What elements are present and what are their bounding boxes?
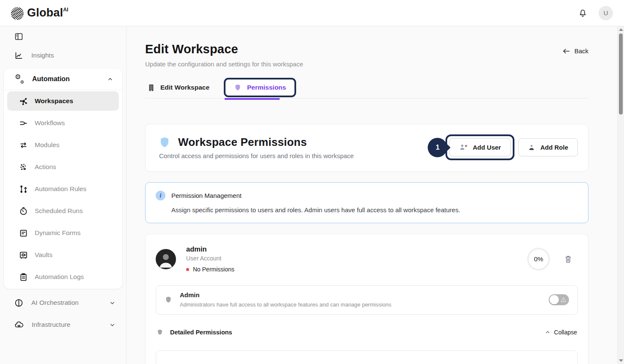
sidebar-item-insights[interactable]: Insights — [0, 44, 126, 66]
top-bar: Global AI U — [0, 0, 624, 26]
shield-icon — [234, 83, 242, 92]
collapse-button[interactable]: Collapse — [545, 329, 577, 336]
modules-swap-icon — [19, 141, 28, 150]
building-icon — [148, 84, 155, 92]
sidebar-item-scheduled-runs[interactable]: Scheduled Runs — [4, 200, 122, 222]
back-button[interactable]: Back — [562, 47, 588, 55]
sidebar-item-label: Workspaces — [35, 97, 73, 105]
sidebar-item-label: Automation Rules — [35, 185, 86, 193]
delete-user-button[interactable] — [564, 255, 572, 263]
shield-gray-icon — [165, 296, 172, 304]
sidebar-item-ai-orchestration[interactable]: AI Orchestration — [0, 292, 126, 314]
scroll-up-arrow[interactable] — [619, 28, 623, 31]
sidebar-item-label: Dynamic Forms — [35, 229, 81, 237]
admin-permission-toggle[interactable] — [549, 294, 569, 305]
section-subtitle: Control access and permissions for users… — [159, 152, 354, 159]
admin-permission-row: Admin Administrators have full access to… — [156, 285, 578, 315]
sidebar-item-label: Workflows — [35, 119, 65, 127]
brand-suffix: AI — [63, 7, 68, 13]
ai-orchestration-icon — [14, 298, 23, 307]
scrollbar-thumb[interactable] — [619, 33, 623, 115]
user-account-avatar — [156, 249, 176, 269]
automation-logs-clipboard-icon — [19, 273, 28, 282]
info-text: Assign specific permissions to users and… — [171, 206, 578, 213]
sidebar-item-automation[interactable]: ⚙⚙ Automation — [4, 68, 122, 90]
sidebar-item-workspaces[interactable]: Workspaces — [7, 91, 119, 111]
infrastructure-cloud-icon — [14, 320, 24, 329]
vaults-safe-icon — [19, 251, 28, 260]
sidebar-item-label: AI Orchestration — [31, 299, 79, 307]
add-user-button[interactable]: Add User — [449, 138, 511, 156]
actions-cluster-icon — [19, 163, 28, 172]
detailed-permissions-panel — [156, 350, 578, 364]
user-role-icon — [528, 144, 535, 151]
detailed-permissions-header: Detailed Permissions Collapse — [156, 328, 578, 336]
sidebar-item-automation-logs[interactable]: Automation Logs — [4, 266, 122, 288]
user-plus-icon — [459, 144, 467, 151]
annotation-step-badge: 1 — [428, 138, 447, 157]
annotation-highlight-box: Add User — [445, 134, 514, 160]
sidebar-item-modules[interactable]: Modules — [4, 134, 122, 156]
bell-icon — [578, 8, 588, 18]
gears-icon: ⚙⚙ — [15, 74, 24, 84]
button-label: Add User — [473, 144, 501, 151]
permission-management-info-box: i Permission Management Assign specific … — [145, 182, 588, 223]
warning-triangle-icon — [561, 297, 566, 302]
permission-description: Administrators have full access to all w… — [180, 301, 391, 308]
tab-label: Permissions — [247, 84, 286, 91]
sidebar-item-label: Actions — [35, 163, 56, 171]
panel-left-icon — [14, 32, 23, 41]
tab-edit-workspace[interactable]: Edit Workspace — [145, 84, 212, 92]
workspace-permissions-card: Workspace Permissions Control access and… — [145, 124, 588, 172]
chevron-up-icon — [107, 77, 113, 82]
sidebar-item-dynamic-forms[interactable]: Dynamic Forms — [4, 222, 122, 244]
chevron-down-icon — [110, 322, 115, 328]
status-dot — [186, 268, 189, 271]
add-role-button[interactable]: Add Role — [518, 138, 578, 156]
sidebar-collapse-button[interactable] — [14, 32, 23, 41]
trash-icon — [564, 255, 572, 263]
user-account-type: User Account — [186, 255, 234, 262]
scroll-down-arrow[interactable] — [619, 359, 623, 362]
sidebar-item-actions[interactable]: Actions — [4, 156, 122, 178]
tab-permissions[interactable]: Permissions — [231, 83, 289, 92]
chevron-down-icon — [110, 300, 115, 306]
info-icon: i — [156, 191, 165, 200]
user-name: admin — [186, 245, 234, 253]
sidebar-item-label: Modules — [35, 141, 60, 149]
sidebar-item-vaults[interactable]: Vaults — [4, 244, 122, 266]
user-avatar[interactable]: U — [599, 6, 613, 20]
main-content: Edit Workspace Back Update the configura… — [126, 26, 617, 364]
sidebar-item-label: Scheduled Runs — [35, 207, 83, 215]
collapse-label: Collapse — [554, 329, 577, 336]
section-title: Workspace Permissions — [178, 136, 307, 149]
sidebar-item-workflows[interactable]: Workflows — [4, 112, 122, 134]
tab-divider — [145, 98, 588, 99]
toggle-knob — [550, 295, 559, 304]
sidebar-item-automation-rules[interactable]: Automation Rules — [4, 178, 122, 200]
tab-bar: Edit Workspace Permissions — [145, 78, 588, 97]
sidebar-item-label: Insights — [31, 52, 54, 59]
active-tab-underline — [225, 98, 280, 100]
page-subtitle: Update the configuration and settings fo… — [145, 60, 588, 68]
detailed-permissions-label: Detailed Permissions — [170, 329, 232, 336]
vertical-scrollbar — [617, 26, 624, 364]
permission-progress-ring: 0% — [527, 248, 550, 271]
user-permission-card: admin User Account No Permissions 0% — [145, 234, 588, 364]
sidebar-item-label: Vaults — [35, 251, 52, 259]
back-label: Back — [575, 47, 588, 55]
dynamic-forms-icon — [19, 229, 28, 238]
brand-name: Global — [27, 6, 63, 19]
globe-icon — [11, 7, 24, 20]
shield-blue-icon — [158, 136, 171, 149]
info-title: Permission Management — [171, 192, 242, 199]
arrow-left-icon — [562, 48, 570, 55]
notifications-button[interactable] — [578, 8, 588, 18]
sidebar-item-infrastructure[interactable]: Infrastructure — [0, 314, 126, 336]
scheduled-runs-timer-icon — [19, 207, 28, 216]
permission-title: Admin — [180, 291, 391, 298]
tab-label: Edit Workspace — [160, 84, 209, 91]
sidebar-group-label: Automation — [32, 75, 70, 83]
button-label: Add Role — [540, 144, 568, 151]
insights-chart-icon — [14, 51, 23, 60]
